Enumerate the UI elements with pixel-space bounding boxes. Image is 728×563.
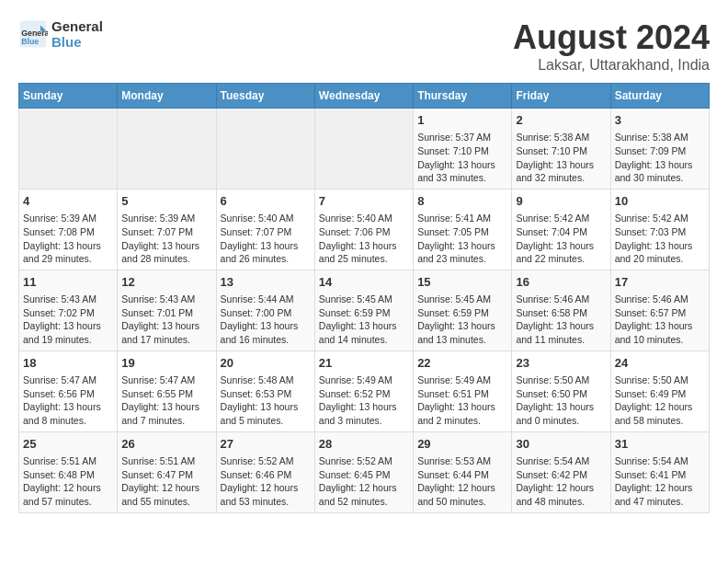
- day-info: Sunrise: 5:39 AM Sunset: 7:07 PM Dayligh…: [121, 212, 211, 266]
- day-info: Sunrise: 5:49 AM Sunset: 6:52 PM Dayligh…: [319, 373, 409, 428]
- day-info: Sunrise: 5:53 AM Sunset: 6:44 PM Dayligh…: [417, 454, 507, 509]
- day-info: Sunrise: 5:43 AM Sunset: 7:01 PM Dayligh…: [121, 293, 211, 347]
- day-number: 17: [615, 274, 705, 291]
- day-info: Sunrise: 5:50 AM Sunset: 6:49 PM Dayligh…: [615, 373, 705, 428]
- day-cell: 16Sunrise: 5:46 AM Sunset: 6:58 PM Dayli…: [512, 270, 610, 350]
- day-number: 5: [121, 193, 211, 210]
- day-cell: [118, 109, 216, 190]
- page-header: General Blue General Blue August 2024 La…: [18, 18, 710, 74]
- day-number: 21: [319, 355, 409, 372]
- day-number: 12: [121, 274, 211, 291]
- day-cell: 19Sunrise: 5:47 AM Sunset: 6:55 PM Dayli…: [118, 350, 216, 431]
- day-cell: 6Sunrise: 5:40 AM Sunset: 7:07 PM Daylig…: [216, 189, 314, 270]
- day-number: 7: [319, 193, 409, 210]
- day-info: Sunrise: 5:39 AM Sunset: 7:08 PM Dayligh…: [23, 212, 113, 266]
- day-cell: 17Sunrise: 5:46 AM Sunset: 6:57 PM Dayli…: [610, 270, 709, 350]
- header-cell-tuesday: Tuesday: [216, 84, 314, 109]
- day-number: 13: [221, 274, 311, 291]
- day-number: 22: [417, 355, 507, 372]
- week-row-2: 4Sunrise: 5:39 AM Sunset: 7:08 PM Daylig…: [19, 189, 710, 270]
- title-block: August 2024 Laksar, Uttarakhand, India: [513, 18, 710, 74]
- day-cell: 21Sunrise: 5:49 AM Sunset: 6:52 PM Dayli…: [314, 350, 413, 431]
- day-number: 31: [615, 436, 705, 453]
- day-cell: 28Sunrise: 5:52 AM Sunset: 6:45 PM Dayli…: [314, 431, 413, 512]
- day-number: 14: [319, 274, 409, 291]
- day-cell: [19, 109, 118, 190]
- day-cell: 8Sunrise: 5:41 AM Sunset: 7:05 PM Daylig…: [414, 189, 512, 270]
- week-row-3: 11Sunrise: 5:43 AM Sunset: 7:02 PM Dayli…: [19, 270, 710, 350]
- day-number: 8: [417, 193, 507, 210]
- header-row: SundayMondayTuesdayWednesdayThursdayFrid…: [19, 84, 710, 109]
- logo-line2: Blue: [51, 34, 103, 50]
- day-info: Sunrise: 5:46 AM Sunset: 6:58 PM Dayligh…: [516, 293, 606, 347]
- day-cell: 23Sunrise: 5:50 AM Sunset: 6:50 PM Dayli…: [512, 350, 610, 431]
- day-info: Sunrise: 5:37 AM Sunset: 7:10 PM Dayligh…: [417, 131, 507, 185]
- day-cell: 22Sunrise: 5:49 AM Sunset: 6:51 PM Dayli…: [414, 350, 512, 431]
- day-info: Sunrise: 5:41 AM Sunset: 7:05 PM Dayligh…: [417, 212, 507, 266]
- day-number: 10: [615, 193, 705, 210]
- day-cell: 12Sunrise: 5:43 AM Sunset: 7:01 PM Dayli…: [118, 270, 216, 350]
- day-info: Sunrise: 5:40 AM Sunset: 7:06 PM Dayligh…: [319, 212, 409, 266]
- day-info: Sunrise: 5:52 AM Sunset: 6:46 PM Dayligh…: [221, 454, 311, 509]
- day-number: 24: [615, 355, 705, 372]
- day-info: Sunrise: 5:54 AM Sunset: 6:42 PM Dayligh…: [516, 454, 606, 509]
- day-info: Sunrise: 5:42 AM Sunset: 7:04 PM Dayligh…: [516, 212, 606, 266]
- day-info: Sunrise: 5:51 AM Sunset: 6:47 PM Dayligh…: [121, 454, 211, 509]
- day-number: 23: [516, 355, 606, 372]
- day-number: 19: [121, 355, 211, 372]
- day-cell: 30Sunrise: 5:54 AM Sunset: 6:42 PM Dayli…: [512, 431, 610, 512]
- day-info: Sunrise: 5:52 AM Sunset: 6:45 PM Dayligh…: [319, 454, 409, 509]
- day-cell: 29Sunrise: 5:53 AM Sunset: 6:44 PM Dayli…: [414, 431, 512, 512]
- calendar-body: 1Sunrise: 5:37 AM Sunset: 7:10 PM Daylig…: [19, 109, 710, 513]
- day-info: Sunrise: 5:46 AM Sunset: 6:57 PM Dayligh…: [615, 293, 705, 347]
- day-number: 4: [23, 193, 113, 210]
- day-info: Sunrise: 5:54 AM Sunset: 6:41 PM Dayligh…: [615, 454, 705, 509]
- logo-icon: General Blue: [18, 19, 48, 49]
- week-row-1: 1Sunrise: 5:37 AM Sunset: 7:10 PM Daylig…: [19, 109, 710, 190]
- day-info: Sunrise: 5:51 AM Sunset: 6:48 PM Dayligh…: [23, 454, 113, 509]
- day-cell: 10Sunrise: 5:42 AM Sunset: 7:03 PM Dayli…: [610, 189, 709, 270]
- header-cell-sunday: Sunday: [19, 84, 118, 109]
- day-cell: 5Sunrise: 5:39 AM Sunset: 7:07 PM Daylig…: [118, 189, 216, 270]
- day-cell: 1Sunrise: 5:37 AM Sunset: 7:10 PM Daylig…: [414, 109, 512, 190]
- day-number: 11: [23, 274, 113, 291]
- day-cell: 7Sunrise: 5:40 AM Sunset: 7:06 PM Daylig…: [314, 189, 413, 270]
- main-title: August 2024: [513, 18, 710, 57]
- day-cell: 4Sunrise: 5:39 AM Sunset: 7:08 PM Daylig…: [19, 189, 118, 270]
- day-cell: 9Sunrise: 5:42 AM Sunset: 7:04 PM Daylig…: [512, 189, 610, 270]
- day-info: Sunrise: 5:38 AM Sunset: 7:10 PM Dayligh…: [516, 131, 606, 185]
- day-info: Sunrise: 5:48 AM Sunset: 6:53 PM Dayligh…: [221, 373, 311, 428]
- day-info: Sunrise: 5:44 AM Sunset: 7:00 PM Dayligh…: [221, 293, 311, 347]
- day-number: 9: [516, 193, 606, 210]
- week-row-5: 25Sunrise: 5:51 AM Sunset: 6:48 PM Dayli…: [19, 431, 710, 512]
- day-info: Sunrise: 5:40 AM Sunset: 7:07 PM Dayligh…: [221, 212, 311, 266]
- header-cell-wednesday: Wednesday: [314, 84, 413, 109]
- day-number: 28: [319, 436, 409, 453]
- day-number: 25: [23, 436, 113, 453]
- day-cell: 2Sunrise: 5:38 AM Sunset: 7:10 PM Daylig…: [512, 109, 610, 190]
- day-cell: 18Sunrise: 5:47 AM Sunset: 6:56 PM Dayli…: [19, 350, 118, 431]
- day-info: Sunrise: 5:42 AM Sunset: 7:03 PM Dayligh…: [615, 212, 705, 266]
- logo-line1: General: [51, 18, 103, 34]
- week-row-4: 18Sunrise: 5:47 AM Sunset: 6:56 PM Dayli…: [19, 350, 710, 431]
- day-info: Sunrise: 5:49 AM Sunset: 6:51 PM Dayligh…: [417, 373, 507, 428]
- day-info: Sunrise: 5:45 AM Sunset: 6:59 PM Dayligh…: [319, 293, 409, 347]
- day-cell: 11Sunrise: 5:43 AM Sunset: 7:02 PM Dayli…: [19, 270, 118, 350]
- day-cell: [216, 109, 314, 190]
- svg-text:Blue: Blue: [21, 37, 39, 46]
- day-cell: 25Sunrise: 5:51 AM Sunset: 6:48 PM Dayli…: [19, 431, 118, 512]
- day-cell: 20Sunrise: 5:48 AM Sunset: 6:53 PM Dayli…: [216, 350, 314, 431]
- day-info: Sunrise: 5:38 AM Sunset: 7:09 PM Dayligh…: [615, 131, 705, 185]
- day-info: Sunrise: 5:47 AM Sunset: 6:55 PM Dayligh…: [121, 373, 211, 428]
- day-cell: 26Sunrise: 5:51 AM Sunset: 6:47 PM Dayli…: [118, 431, 216, 512]
- calendar-header: SundayMondayTuesdayWednesdayThursdayFrid…: [19, 84, 710, 109]
- day-cell: 27Sunrise: 5:52 AM Sunset: 6:46 PM Dayli…: [216, 431, 314, 512]
- logo: General Blue General Blue: [18, 18, 103, 50]
- day-info: Sunrise: 5:50 AM Sunset: 6:50 PM Dayligh…: [516, 373, 606, 428]
- day-number: 18: [23, 355, 113, 372]
- day-cell: 24Sunrise: 5:50 AM Sunset: 6:49 PM Dayli…: [610, 350, 709, 431]
- day-cell: 31Sunrise: 5:54 AM Sunset: 6:41 PM Dayli…: [610, 431, 709, 512]
- day-number: 27: [221, 436, 311, 453]
- header-cell-friday: Friday: [512, 84, 610, 109]
- day-number: 2: [516, 112, 606, 129]
